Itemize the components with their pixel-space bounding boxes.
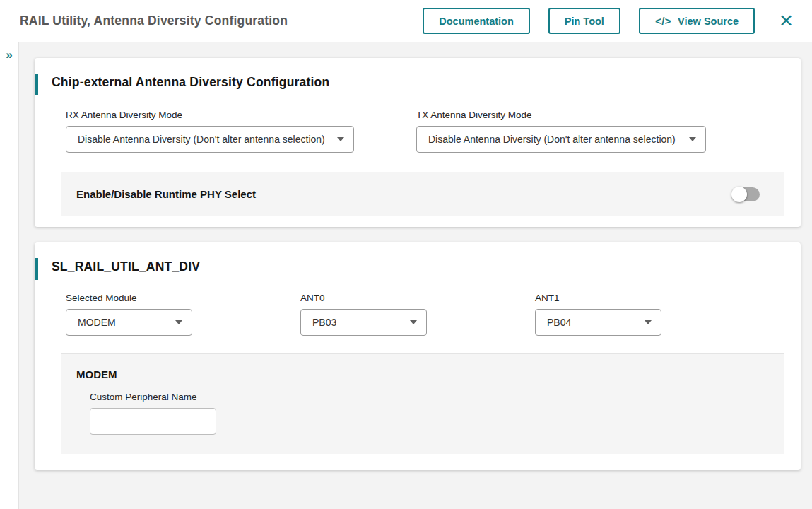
dropdown-arrow-icon	[337, 137, 344, 141]
rx-mode-label: RX Antenna Diversity Mode	[66, 110, 354, 120]
field-ant0: ANT0 PB03	[300, 293, 427, 336]
card-sl-rail-util-ant-div: SL_RAIL_UTIL_ANT_DIV Selected Module MOD…	[35, 242, 801, 470]
custom-peripheral-name-input[interactable]	[90, 408, 216, 435]
card-accent-bar	[35, 74, 38, 95]
ant1-value: PB04	[547, 317, 571, 328]
body: » Chip-external Antenna Diversity Config…	[0, 42, 812, 509]
dropdown-arrow-icon	[175, 320, 182, 324]
ant0-select[interactable]: PB03	[300, 309, 427, 336]
rx-mode-selected-value: Disable Antenna Diversity (Don't alter a…	[78, 134, 325, 145]
sidebar-collapsed-strip: »	[0, 42, 19, 509]
dropdown-arrow-icon	[410, 320, 417, 324]
runtime-phy-select-toggle[interactable]	[733, 187, 760, 201]
mode-fields-row: RX Antenna Diversity Mode Disable Antenn…	[66, 110, 784, 153]
ant1-select[interactable]: PB04	[535, 309, 661, 336]
pin-tool-button-label: Pin Tool	[565, 16, 604, 27]
page-title: RAIL Utility, Antenna Diversity Configur…	[20, 13, 288, 28]
view-source-button[interactable]: </> View Source	[639, 8, 755, 34]
card-chip-external-title: Chip-external Antenna Diversity Configur…	[52, 75, 784, 90]
custom-peripheral-name-label: Custom Peripheral Name	[90, 392, 769, 402]
tx-mode-label: TX Antenna Diversity Mode	[416, 110, 706, 120]
selected-module-value: MODEM	[78, 317, 116, 328]
header-actions: Documentation Pin Tool </> View Source ✕	[423, 8, 796, 34]
ant0-label: ANT0	[300, 293, 427, 303]
app-window: RAIL Utility, Antenna Diversity Configur…	[0, 0, 812, 509]
selected-module-label: Selected Module	[66, 293, 192, 303]
ant0-value: PB03	[312, 317, 336, 328]
close-icon[interactable]: ✕	[776, 12, 796, 30]
dropdown-arrow-icon	[689, 137, 696, 141]
documentation-button[interactable]: Documentation	[423, 8, 530, 34]
modem-section-title: MODEM	[76, 368, 769, 380]
runtime-phy-select-label: Enable/Disable Runtime PHY Select	[76, 188, 733, 200]
field-tx-mode: TX Antenna Diversity Mode Disable Antenn…	[416, 110, 706, 153]
tx-mode-select[interactable]: Disable Antenna Diversity (Don't alter a…	[416, 126, 706, 153]
ant-div-fields-row: Selected Module MODEM ANT0 PB03	[66, 293, 784, 336]
card-chip-external-config: Chip-external Antenna Diversity Configur…	[35, 58, 801, 227]
rx-mode-select[interactable]: Disable Antenna Diversity (Don't alter a…	[66, 126, 354, 153]
main-content: Chip-external Antenna Diversity Configur…	[19, 42, 812, 509]
code-icon: </>	[655, 15, 671, 27]
field-custom-peripheral-name: Custom Peripheral Name	[90, 392, 769, 435]
card-ant-div-title: SL_RAIL_UTIL_ANT_DIV	[52, 259, 784, 274]
selected-module-select[interactable]: MODEM	[66, 309, 192, 336]
toggle-knob	[731, 187, 747, 202]
ant1-label: ANT1	[535, 293, 661, 303]
modem-section: MODEM Custom Peripheral Name	[61, 353, 784, 454]
expand-sidebar-icon[interactable]: »	[6, 49, 12, 61]
tx-mode-selected-value: Disable Antenna Diversity (Don't alter a…	[428, 134, 676, 145]
view-source-button-label: View Source	[678, 16, 739, 27]
runtime-phy-select-section: Enable/Disable Runtime PHY Select	[61, 172, 784, 216]
field-ant1: ANT1 PB04	[535, 293, 661, 336]
pin-tool-button[interactable]: Pin Tool	[548, 8, 620, 34]
header: RAIL Utility, Antenna Diversity Configur…	[0, 0, 812, 42]
documentation-button-label: Documentation	[439, 16, 514, 27]
field-selected-module: Selected Module MODEM	[66, 293, 192, 336]
dropdown-arrow-icon	[645, 320, 652, 324]
field-rx-mode: RX Antenna Diversity Mode Disable Antenn…	[66, 110, 354, 153]
card-accent-bar	[35, 258, 38, 280]
